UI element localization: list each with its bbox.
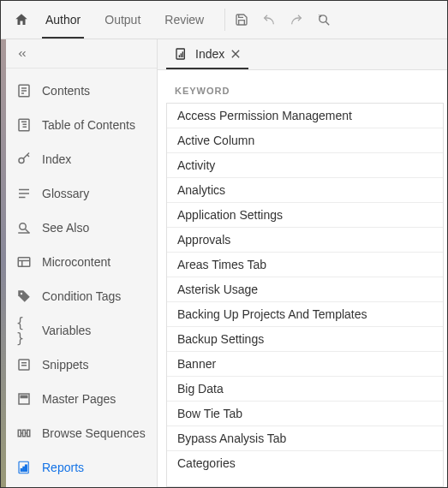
- sidebar-item-microcontent[interactable]: Microcontent: [6, 245, 157, 279]
- sidebar-item-glossary[interactable]: Glossary: [6, 176, 157, 211]
- tab-index-label: Index: [195, 47, 224, 61]
- svg-rect-28: [18, 430, 21, 437]
- undo-icon: [262, 13, 276, 27]
- sidebar: ContentsTable of ContentsIndexGlossarySe…: [6, 39, 158, 487]
- keyword-row[interactable]: Bypass Analysis Tab: [167, 426, 443, 451]
- sidebar-item-label: Snippets: [42, 358, 88, 372]
- keyword-row[interactable]: Bow Tie Tab: [167, 402, 443, 426]
- undo-button[interactable]: [261, 12, 277, 27]
- keyword-row[interactable]: Banner: [167, 352, 443, 377]
- keyword-row[interactable]: Categories: [167, 451, 443, 475]
- svg-rect-36: [179, 55, 180, 57]
- redo-button[interactable]: [289, 12, 304, 27]
- svg-rect-19: [18, 258, 30, 267]
- browse-icon: [16, 426, 32, 441]
- contents-icon: [16, 83, 32, 98]
- masterpages-icon: [16, 391, 32, 407]
- save-icon: [235, 13, 248, 27]
- tag-icon: [16, 289, 32, 304]
- svg-rect-32: [21, 469, 22, 472]
- document-tabs: Index: [158, 39, 447, 70]
- close-tab-button[interactable]: [231, 50, 240, 58]
- snippets-icon: [16, 357, 32, 372]
- index-report-icon: [175, 47, 188, 61]
- save-button[interactable]: [234, 12, 249, 27]
- app-root: AuthorOutputReview ContentsTable of Cont…: [0, 0, 448, 488]
- svg-line-1: [326, 21, 329, 25]
- magnifier-icon: [317, 13, 332, 27]
- braces-icon: { }: [16, 323, 32, 338]
- primary-tab-author[interactable]: Author: [33, 1, 93, 39]
- keyword-column-header: KEYWORD: [158, 70, 447, 103]
- svg-rect-30: [27, 430, 30, 437]
- sidebar-item-label: Variables: [42, 324, 91, 337]
- sidebar-item-see-also[interactable]: See Also: [6, 211, 157, 245]
- key-icon: [16, 152, 32, 167]
- sidebar-item-reports[interactable]: Reports: [6, 450, 157, 485]
- sidebar-item-index[interactable]: Index: [6, 142, 157, 176]
- keyword-row[interactable]: Asterisk Usage: [167, 277, 443, 302]
- sidebar-item-label: Condition Tags: [42, 289, 121, 303]
- svg-point-22: [21, 293, 22, 295]
- svg-line-12: [27, 155, 29, 157]
- sidebar-item-label: Browse Sequences: [42, 426, 146, 440]
- svg-rect-27: [21, 396, 27, 397]
- keyword-row[interactable]: Areas Times Tab: [167, 253, 443, 277]
- keyword-row[interactable]: Access Permission Management: [167, 104, 443, 128]
- sidebar-item-table-of-contents[interactable]: Table of Contents: [6, 108, 157, 142]
- svg-rect-29: [23, 430, 26, 437]
- seealso-icon: [16, 220, 32, 235]
- svg-rect-38: [182, 51, 183, 57]
- keyword-list[interactable]: Access Permission ManagementActive Colum…: [166, 103, 444, 487]
- microcontent-icon: [16, 254, 32, 270]
- keyword-row[interactable]: Backup Settings: [167, 327, 443, 352]
- home-icon: [14, 12, 29, 27]
- keyword-row[interactable]: Activity: [167, 153, 443, 178]
- svg-point-10: [19, 158, 24, 164]
- svg-rect-37: [181, 53, 182, 57]
- keyword-row[interactable]: Active Column: [167, 128, 443, 153]
- sidebar-item-label: Master Pages: [42, 392, 116, 406]
- sidebar-list: ContentsTable of ContentsIndexGlossarySe…: [6, 68, 157, 487]
- chevron-double-left-icon: [15, 48, 30, 60]
- toolbar-icons: [234, 12, 332, 27]
- home-button[interactable]: [9, 12, 33, 27]
- sidebar-item-label: Index: [42, 152, 71, 166]
- primary-tabs: AuthorOutputReview: [33, 1, 216, 39]
- glossary-icon: [16, 186, 32, 201]
- search-replace-button[interactable]: [316, 12, 332, 27]
- sidebar-item-contents[interactable]: Contents: [6, 74, 157, 108]
- primary-tab-label: Review: [164, 13, 204, 27]
- sidebar-item-label: Microcontent: [42, 255, 111, 269]
- primary-tab-label: Author: [45, 13, 81, 27]
- sidebar-item-label: Contents: [42, 84, 90, 98]
- svg-point-16: [20, 223, 27, 230]
- sidebar-item-label: See Also: [42, 221, 89, 235]
- close-icon: [231, 50, 240, 58]
- svg-rect-34: [26, 465, 27, 472]
- keyword-row[interactable]: Application Settings: [167, 203, 443, 228]
- main-panel: Index KEYWORD Access Permission Manageme…: [158, 39, 447, 487]
- keyword-row[interactable]: Analytics: [167, 178, 443, 203]
- sidebar-item-condition-tags[interactable]: Condition Tags: [6, 279, 157, 313]
- sidebar-item-master-pages[interactable]: Master Pages: [6, 382, 157, 416]
- keyword-row[interactable]: Backing Up Projects And Templates: [167, 302, 443, 327]
- primary-tab-label: Output: [105, 13, 140, 27]
- svg-rect-33: [23, 467, 25, 471]
- body: ContentsTable of ContentsIndexGlossarySe…: [1, 39, 447, 487]
- keyword-row[interactable]: Big Data: [167, 377, 443, 402]
- redo-icon: [290, 13, 303, 27]
- reports-icon: [16, 460, 32, 475]
- toc-icon: [16, 117, 32, 133]
- sidebar-item-label: Glossary: [42, 187, 89, 200]
- primary-tab-output[interactable]: Output: [93, 1, 152, 39]
- tab-index[interactable]: Index: [166, 40, 248, 69]
- keyword-row[interactable]: Approvals: [167, 228, 443, 253]
- topbar: AuthorOutputReview: [1, 1, 447, 39]
- primary-tab-review[interactable]: Review: [152, 1, 216, 39]
- sidebar-item-variables[interactable]: { }Variables: [6, 313, 157, 348]
- sidebar-item-browse-sequences[interactable]: Browse Sequences: [6, 416, 157, 450]
- collapse-sidebar-button[interactable]: [6, 39, 157, 68]
- sidebar-item-snippets[interactable]: Snippets: [6, 348, 157, 382]
- sidebar-item-label: Reports: [42, 461, 84, 474]
